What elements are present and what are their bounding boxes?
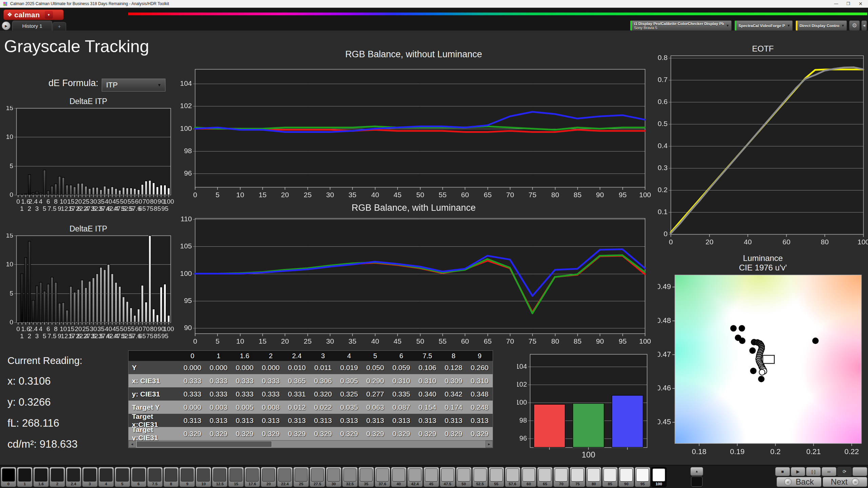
grayscale-level-button[interactable]: 60 — [521, 467, 537, 487]
gear-icon: ⚙ — [852, 22, 857, 29]
table-cell: 0.329 — [336, 427, 362, 440]
grayscale-level-button[interactable]: 2 — [50, 467, 65, 487]
grayscale-level-button[interactable]: 12.5 — [212, 467, 228, 487]
eotf-title: EOTF — [658, 44, 868, 54]
de-formula-value: ITP — [102, 81, 154, 89]
table-cell: 0.022 — [310, 401, 336, 414]
grayscale-level-button[interactable]: 1.6 — [33, 467, 49, 487]
table-row-label: Target y:CIE31 — [129, 427, 179, 440]
tab-history-1[interactable]: History 1 — [12, 21, 52, 30]
display-control-dropdown[interactable]: Direct Display Control ▼ — [795, 20, 847, 31]
grayscale-level-button[interactable]: 52.5 — [472, 467, 488, 487]
chevron-down-icon: ▼ — [724, 24, 731, 27]
meter-name: i1 Display Pro/Calibrite ColorChecker Di… — [634, 22, 724, 26]
grayscale-level-button[interactable]: 20 — [261, 467, 276, 487]
grayscale-level-button[interactable]: 65 — [537, 467, 553, 487]
grayscale-level-label: 32.5 — [342, 482, 357, 487]
grayscale-level-button[interactable]: 47.5 — [440, 467, 455, 487]
grayscale-level-button[interactable]: 22.4 — [277, 467, 293, 487]
grayscale-level-button[interactable]: 2.4 — [66, 467, 81, 487]
auto-advance-button[interactable]: ⟳ — [837, 467, 852, 476]
table-cell: 0.333 — [232, 387, 258, 401]
grayscale-level-button[interactable]: 17.6 — [244, 467, 260, 487]
calman-menu-button[interactable]: ❖ calman ▼ — [3, 9, 64, 20]
grayscale-level-button[interactable]: 100 — [651, 467, 667, 487]
next-button[interactable]: Next » — [823, 477, 867, 487]
app-header: ❖ calman ▼ ▶ History 1 + i1 Display Pro/… — [0, 8, 868, 30]
grayscale-level-button[interactable]: 10 — [196, 467, 211, 487]
grayscale-level-button[interactable]: 32.5 — [342, 467, 358, 487]
level-up-button[interactable]: ▲ — [690, 467, 703, 476]
grayscale-level-button[interactable]: 90 — [618, 467, 634, 487]
table-scrollbar[interactable]: ◄ ► — [129, 440, 493, 448]
grayscale-level-button[interactable]: 55 — [489, 467, 504, 487]
table-cell: 0.329 — [205, 427, 232, 440]
grayscale-level-button[interactable]: 95 — [635, 467, 650, 487]
meter-dropdown[interactable]: i1 Display Pro/Calibrite ColorChecker Di… — [630, 20, 732, 31]
grayscale-chip — [213, 468, 226, 482]
table-row: x: CIE310.3330.3330.3330.3330.3650.3060.… — [129, 374, 493, 387]
table-cell: 0.019 — [336, 361, 362, 374]
grayscale-level-button[interactable]: 57.6 — [505, 467, 520, 487]
infinity-icon: ∞ — [827, 469, 830, 474]
grayscale-level-button[interactable]: 85 — [602, 467, 618, 487]
pattern-window-button[interactable]: [·] — [806, 467, 821, 476]
grayscale-level-label: 100 — [651, 482, 666, 487]
grayscale-level-button[interactable]: 25 — [293, 467, 309, 487]
session-play-button[interactable]: ▶ — [2, 21, 11, 30]
grayscale-level-label: 22.4 — [277, 482, 292, 487]
grayscale-level-button[interactable]: 45 — [423, 467, 439, 487]
grayscale-level-button[interactable]: 7.5 — [147, 467, 163, 487]
grayscale-level-button[interactable]: 27.5 — [310, 467, 325, 487]
settings-button[interactable]: ⚙ — [849, 20, 860, 31]
grayscale-level-button[interactable]: 37.6 — [375, 467, 390, 487]
add-tab-button[interactable]: + — [53, 22, 66, 30]
minimize-icon[interactable]: — — [830, 0, 842, 8]
scroll-left-icon[interactable]: ◄ — [129, 441, 136, 448]
de-formula-dropdown[interactable]: ITP ▼ — [102, 79, 165, 92]
extra-button[interactable] — [852, 467, 867, 476]
grayscale-level-button[interactable]: 9 — [179, 467, 195, 487]
table-cell: 0.008 — [258, 401, 284, 414]
scrollbar-track[interactable] — [273, 441, 486, 448]
grayscale-level-label: 8 — [164, 482, 179, 487]
scroll-right-icon[interactable]: ► — [486, 441, 493, 448]
table-cell: 0.063 — [362, 401, 388, 414]
table-cell: 0.333 — [179, 374, 205, 387]
back-button[interactable]: « Back — [776, 477, 822, 487]
grayscale-level-button[interactable]: 5 — [115, 467, 130, 487]
grayscale-chip — [587, 468, 600, 482]
continuous-read-button[interactable]: ∞ — [822, 467, 836, 476]
deltae-bottom-title: DeltaE ITP — [3, 224, 174, 233]
grayscale-level-button[interactable]: 75 — [570, 467, 585, 487]
stop-button[interactable]: ■ — [775, 467, 790, 476]
play-button[interactable]: ▶ — [791, 467, 806, 476]
grayscale-level-button[interactable]: 6 — [131, 467, 146, 487]
grayscale-level-button[interactable]: 8 — [163, 467, 179, 487]
custom-level-swatch[interactable] — [691, 476, 703, 487]
grayscale-chip — [474, 468, 487, 482]
grayscale-level-button[interactable]: 35 — [358, 467, 374, 487]
grayscale-level-button[interactable]: 4 — [98, 467, 114, 487]
grayscale-level-button[interactable]: 1 — [17, 467, 33, 487]
grayscale-level-button[interactable]: 15 — [228, 467, 244, 487]
grayscale-level-button[interactable]: 0 — [1, 467, 16, 487]
table-cell: 0.248 — [467, 401, 493, 414]
collapse-panel-button[interactable]: ◀ — [861, 20, 867, 31]
grayscale-level-button[interactable]: 42.4 — [407, 467, 423, 487]
grayscale-chip — [311, 468, 324, 482]
table-cell: 0.306 — [310, 374, 336, 387]
restore-icon[interactable]: ❐ — [842, 0, 854, 8]
grayscale-level-button[interactable]: 40 — [391, 467, 407, 487]
close-icon[interactable]: ✕ — [854, 0, 867, 8]
grayscale-chip — [522, 468, 535, 482]
grayscale-level-button[interactable]: 80 — [586, 467, 601, 487]
grayscale-level-button[interactable]: 30 — [326, 467, 341, 487]
grayscale-level-button[interactable]: 70 — [553, 467, 569, 487]
grayscale-level-button[interactable]: 3 — [82, 467, 98, 487]
scrollbar-thumb[interactable] — [136, 441, 272, 447]
grayscale-level-button[interactable]: 50 — [456, 467, 472, 487]
grayscale-chip — [2, 468, 15, 482]
grayscale-level-label: 1.6 — [34, 482, 48, 487]
source-dropdown[interactable]: SpectraCal VideoForge Pro ▼ — [734, 20, 793, 31]
